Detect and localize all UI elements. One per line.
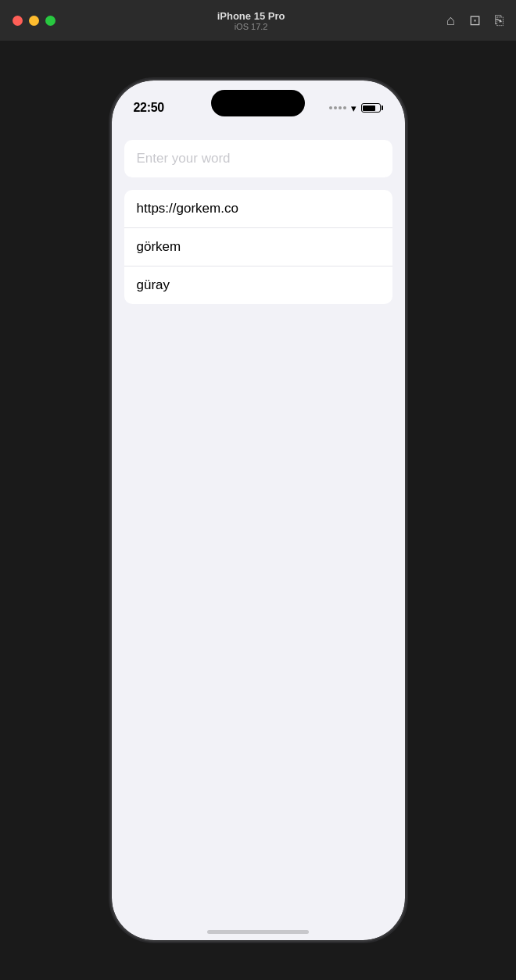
suggestion-text-2: güray [137,277,170,292]
title-bar: iPhone 15 Pro iOS 17.2 ⌂ ⊡ ⎘ [0,0,516,41]
close-button[interactable] [13,16,23,26]
rotate-icon[interactable]: ⎘ [495,13,503,29]
phone-wrapper: 22:50 ▾ [0,41,516,980]
suggestion-item-1[interactable]: görkem [124,228,392,266]
home-indicator [112,914,405,940]
battery-body [361,103,381,113]
suggestion-item-0[interactable]: https://gorkem.co [124,190,392,228]
battery-icon [361,103,383,113]
app-content: Enter your word https://gorkem.co görkem… [112,124,405,914]
search-input-placeholder[interactable]: Enter your word [137,151,231,166]
suggestion-text-1: görkem [137,239,181,254]
signal-icon [329,106,346,109]
maximize-button[interactable] [45,16,56,26]
search-input-container[interactable]: Enter your word [124,140,392,177]
wifi-icon: ▾ [351,102,357,114]
battery-fill [363,106,375,111]
home-icon[interactable]: ⌂ [446,13,455,29]
suggestions-container: https://gorkem.co görkem güray [124,190,392,304]
traffic-lights [13,16,56,26]
phone-frame: 22:50 ▾ [112,80,405,940]
dynamic-island [211,90,305,116]
screenshot-icon[interactable]: ⊡ [469,12,481,29]
phone-screen: 22:50 ▾ [112,80,405,940]
status-right: ▾ [329,102,383,114]
status-bar: 22:50 ▾ [112,80,405,124]
signal-dot-4 [343,106,346,109]
suggestion-text-0: https://gorkem.co [137,201,238,216]
signal-dot-3 [339,106,342,109]
signal-dot-1 [329,106,332,109]
battery-tip [382,106,383,110]
title-bar-title: iPhone 15 Pro [217,10,285,22]
status-time: 22:50 [134,101,164,115]
suggestion-item-2[interactable]: güray [124,266,392,304]
title-bar-center: iPhone 15 Pro iOS 17.2 [217,10,285,31]
signal-dot-2 [334,106,337,109]
minimize-button[interactable] [29,16,39,26]
title-bar-icons: ⌂ ⊡ ⎘ [446,12,503,29]
home-indicator-bar [207,930,309,934]
title-bar-subtitle: iOS 17.2 [235,22,268,31]
